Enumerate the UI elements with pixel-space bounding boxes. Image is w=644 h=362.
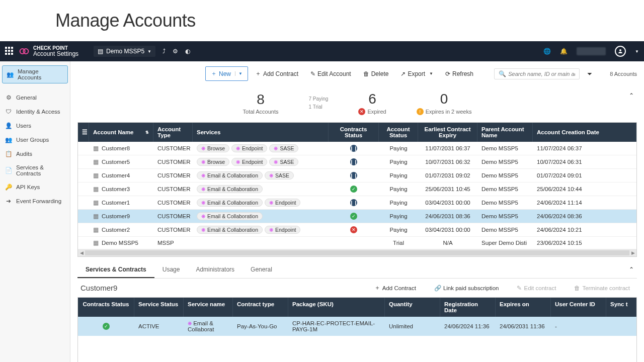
table-row[interactable]: ▦Customer5CUSTOMER❋Browse❋Endpoint❋SASE❙…	[78, 155, 636, 169]
tab-usage[interactable]: Usage	[154, 262, 188, 278]
sidebar-item-api-keys[interactable]: 🔑API Keys	[0, 180, 70, 194]
tab-general[interactable]: General	[243, 262, 280, 278]
cell-created: 23/06/2024 10:15	[533, 237, 636, 248]
stat-expired: 6 ✕Expired	[358, 91, 386, 115]
service-pill: ❋SASE	[265, 171, 294, 179]
sidebar-item-manage-accounts[interactable]: 👥Manage Accounts	[2, 65, 68, 83]
service-pill: ❋SASE	[269, 158, 298, 166]
toggle-icon[interactable]: ◐	[185, 48, 190, 55]
table-row[interactable]: ▦Customer4CUSTOMER❋Email & Collaboration…	[78, 169, 636, 183]
service-pill: ❋Endpoint	[265, 199, 300, 207]
delete-button[interactable]: 🗑Delete	[358, 68, 394, 80]
col-contracts-status[interactable]: Contracts Status	[78, 298, 134, 317]
account-icon: ▦	[93, 172, 99, 179]
cell-name: ▦Customer8	[89, 142, 153, 154]
sidebar-item-users[interactable]: 👤Users	[0, 119, 70, 133]
col-account-status[interactable]: Account Status	[379, 123, 418, 142]
cell-account-status: Paying	[379, 184, 418, 195]
button-label: Export	[408, 70, 425, 77]
col-parent[interactable]: Parent Account Name	[477, 123, 533, 142]
scroll-track[interactable]	[85, 250, 629, 255]
add-contract-button[interactable]: ＋Add Contract	[250, 67, 303, 80]
col-services[interactable]: Services	[193, 123, 329, 142]
table-row[interactable]: ▦Customer8CUSTOMER❋Browse❋Endpoint❋SASE❙…	[78, 142, 636, 155]
col-service-name[interactable]: Service name	[184, 298, 233, 317]
col-user-center[interactable]: User Center ID	[551, 298, 606, 317]
link-icon: 🔗	[434, 285, 441, 292]
collapse-icon[interactable]: ⌃	[629, 92, 634, 99]
sidebar-item-services-contracts[interactable]: 📄Services & Contracts	[0, 161, 70, 180]
col-expires[interactable]: Expires on	[496, 298, 551, 317]
stat-number: 6	[358, 91, 386, 107]
scroll-left-icon[interactable]: ◀	[78, 250, 85, 255]
globe-icon[interactable]: 🌐	[543, 48, 551, 55]
col-contract-type[interactable]: Contract type	[233, 298, 288, 317]
brand-bottom: Account Settings	[33, 51, 78, 57]
contract-row[interactable]: ✓ ACTIVE ❋ Email & Collaborat Pay-As-You…	[78, 317, 636, 336]
trial-label: Trial	[313, 104, 323, 110]
cell-expiry: 03/04/2031 00:00	[418, 197, 477, 208]
detail-link-subscription[interactable]: 🔗Link paid subscription	[430, 285, 503, 292]
sidebar-item-event-forwarding[interactable]: ➜Event Forwarding	[0, 194, 70, 208]
service-icon: ❋	[274, 146, 278, 151]
collapse-icon[interactable]: ⌃	[629, 266, 634, 273]
gear-icon[interactable]: ⚙	[173, 48, 178, 55]
sidebar-item-audits[interactable]: 📋Audits	[0, 147, 70, 161]
upload-icon[interactable]: ⤴	[163, 48, 166, 55]
table-row[interactable]: ▦Customer2CUSTOMER❋Email & Collaboration…	[78, 223, 636, 237]
cell-created: 24/06/2024 10:21	[533, 224, 636, 235]
cell-contract-status: ❙❙	[329, 142, 379, 154]
col-package[interactable]: Package (SKU)	[288, 298, 385, 317]
col-expiry[interactable]: Earliest Contract Expiry	[418, 123, 477, 142]
scroll-right-icon[interactable]: ▶	[629, 250, 636, 255]
sidebar-item-user-groups[interactable]: 👥User Groups	[0, 133, 70, 147]
cell-status: ✓	[78, 319, 134, 333]
new-button[interactable]: ＋New▼	[205, 66, 248, 81]
identity-icon: 🛡	[5, 108, 12, 115]
col-sync[interactable]: Sync t	[606, 298, 636, 317]
chevron-down-icon[interactable]: ▼	[635, 49, 639, 54]
org-selector[interactable]: ▤ Demo MSSP5 ▼	[94, 46, 155, 57]
account-icon: ▦	[93, 213, 99, 220]
search-input[interactable]: 🔍	[494, 68, 580, 79]
sidebar: 👥Manage Accounts ⚙General 🛡Identity & Ac…	[0, 61, 70, 362]
cell-services: ❋Browse❋Endpoint❋SASE	[193, 155, 329, 168]
edit-account-button[interactable]: ✎Edit Account	[305, 68, 356, 80]
table-row[interactable]: ▦Customer3CUSTOMER❋Email & Collaboration…	[78, 183, 636, 196]
col-contracts-status[interactable]: Contracts Status	[329, 123, 379, 142]
detail-add-contract[interactable]: ＋Add Contract	[370, 284, 420, 292]
apps-grid-icon[interactable]	[5, 47, 14, 56]
menu-column[interactable]: ☰	[78, 123, 89, 142]
sidebar-item-general[interactable]: ⚙General	[0, 90, 70, 105]
cell-name: ▦Customer3	[89, 183, 153, 195]
export-button[interactable]: ↗Export▼	[395, 68, 438, 80]
table-row[interactable]: ▦Customer1CUSTOMER❋Email & Collaboration…	[78, 196, 636, 210]
col-created[interactable]: Account Creation Date	[533, 123, 636, 142]
bell-icon[interactable]: 🔔	[560, 48, 568, 55]
sidebar-item-identity[interactable]: 🛡Identity & Access	[0, 105, 70, 119]
table-row[interactable]: ▦Customer9CUSTOMER❋Email & Collaboration…	[78, 210, 636, 223]
status-icon: ❙❙	[350, 172, 357, 179]
cell-expiry: N/A	[418, 237, 477, 248]
search-field[interactable]	[508, 71, 575, 77]
col-registration[interactable]: Registration Date	[440, 298, 496, 317]
avatar-icon[interactable]	[615, 46, 626, 57]
table-row[interactable]: ▦Demo MSSP5MSSPTrialN/ASuper Demo Disti2…	[78, 237, 636, 249]
cell-name: ▦Customer9	[89, 210, 153, 222]
col-service-status[interactable]: Service Status	[134, 298, 184, 317]
service-icon: ❋	[201, 146, 205, 151]
tab-services-contracts[interactable]: Services & Contracts	[77, 262, 154, 278]
service-pill: ❋Email & Collaboration	[197, 185, 263, 193]
filter-icon[interactable]: ⏷	[582, 70, 598, 77]
cell-name: ▦Customer2	[89, 224, 153, 236]
col-account-type[interactable]: Account Type	[153, 123, 193, 142]
col-account-name[interactable]: Account Name⇅	[89, 123, 153, 142]
refresh-button[interactable]: ⟳Refresh	[440, 68, 478, 80]
col-quantity[interactable]: Quantity	[385, 298, 440, 317]
service-pill: ❋Endpoint	[231, 144, 267, 152]
tab-administrators[interactable]: Administrators	[188, 262, 243, 278]
horizontal-scrollbar[interactable]: ◀▶	[78, 249, 636, 256]
service-icon: ❋	[201, 200, 205, 206]
stat-number: 8	[243, 92, 279, 108]
row-menu	[78, 240, 89, 245]
